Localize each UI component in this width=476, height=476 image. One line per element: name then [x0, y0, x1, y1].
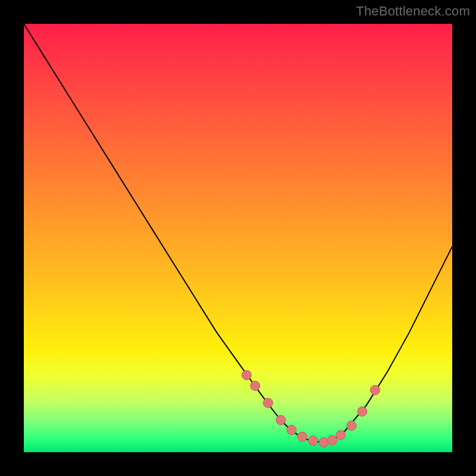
- marker-dot: [263, 398, 273, 408]
- marker-dot: [287, 425, 296, 435]
- marker-dot: [327, 436, 337, 445]
- bottleneck-curve: [24, 24, 452, 442]
- chart-frame: TheBottleneck.com: [0, 0, 476, 476]
- marker-dot: [298, 432, 307, 441]
- marker-dot: [358, 407, 367, 416]
- marker-dot: [370, 386, 380, 395]
- marker-dot: [319, 437, 328, 447]
- highlight-dots: [242, 370, 380, 447]
- marker-dot: [276, 415, 286, 425]
- marker-dot: [242, 370, 251, 380]
- marker-dot: [347, 421, 356, 430]
- chart-svg: [24, 24, 452, 452]
- marker-dot: [308, 436, 318, 446]
- marker-dot: [250, 381, 260, 390]
- watermark: TheBottleneck.com: [356, 4, 470, 19]
- plot-area: [24, 24, 452, 452]
- marker-dot: [336, 430, 346, 440]
